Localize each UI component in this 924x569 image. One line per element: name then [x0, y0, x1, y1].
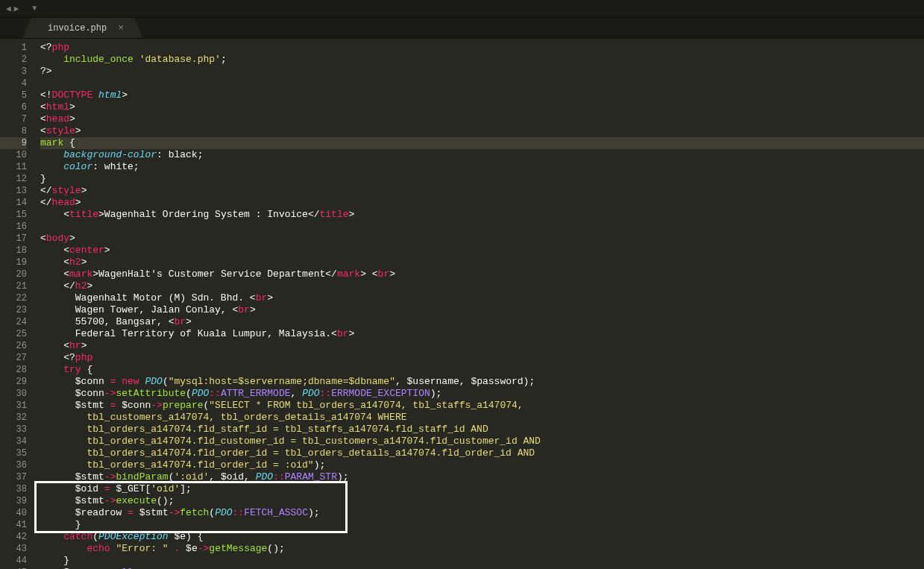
code-line[interactable]: [40, 221, 924, 233]
line-number: 40: [0, 507, 27, 519]
code-line[interactable]: color: white;: [40, 161, 924, 173]
code-line[interactable]: </h2>: [40, 280, 924, 292]
line-number: 19: [0, 257, 27, 268]
line-number: 5: [0, 89, 27, 101]
code-line[interactable]: 55700, Bangsar, <br>: [40, 316, 924, 328]
code-line[interactable]: <?php: [40, 352, 924, 364]
line-number: 2: [0, 54, 27, 66]
line-number: 39: [0, 495, 27, 507]
line-number: 37: [0, 471, 27, 483]
dropdown-icon[interactable]: ▼: [32, 4, 37, 13]
code-line[interactable]: <mark>WagenHalt's Customer Service Depar…: [40, 268, 924, 280]
line-number: 26: [0, 340, 27, 352]
editor: 1234567891011121314151617181920212223242…: [0, 39, 924, 569]
code-line[interactable]: }: [40, 555, 924, 567]
line-number: 25: [0, 328, 27, 340]
line-number: 24: [0, 316, 27, 328]
tab-invoice-php[interactable]: invoice.php ×: [34, 18, 131, 38]
code-line[interactable]: background-color: black;: [40, 149, 924, 161]
line-number: 38: [0, 483, 27, 495]
line-gutter: 1234567891011121314151617181920212223242…: [0, 39, 34, 569]
code-line[interactable]: try {: [40, 364, 924, 376]
line-number: 8: [0, 125, 27, 137]
line-number: 16: [0, 221, 27, 233]
nav-forward-icon[interactable]: ▶: [14, 4, 19, 13]
code-line[interactable]: tbl_orders_a147074.fld_order_id = :oid")…: [40, 459, 924, 471]
code-line[interactable]: <center>: [40, 245, 924, 257]
line-number: 43: [0, 543, 27, 555]
code-line[interactable]: mark {: [40, 137, 924, 149]
line-number: 31: [0, 400, 27, 412]
line-number: 22: [0, 292, 27, 304]
code-line[interactable]: include_once 'database.php';: [40, 54, 924, 66]
line-number: 44: [0, 555, 27, 567]
code-line[interactable]: <body>: [40, 233, 924, 245]
line-number: 10: [0, 149, 27, 161]
code-line[interactable]: $conn = new PDO("mysql:host=$servername;…: [40, 376, 924, 388]
code-line[interactable]: tbl_customers_a147074, tbl_orders_detail…: [40, 412, 924, 424]
line-number: 33: [0, 424, 27, 436]
nav-arrows: ◀ ▶: [6, 4, 19, 13]
code-line[interactable]: ?>: [40, 66, 924, 78]
code-line[interactable]: $oid = $_GET['oid'];: [40, 483, 924, 495]
code-line[interactable]: }: [40, 519, 924, 531]
code-line[interactable]: <?php: [40, 42, 924, 54]
code-line[interactable]: $stmt->execute();: [40, 495, 924, 507]
code-line[interactable]: echo "Error: " . $e->getMessage();: [40, 543, 924, 555]
title-bar: ◀ ▶ ▼: [0, 0, 924, 18]
code-line[interactable]: tbl_orders_a147074.fld_customer_id = tbl…: [40, 436, 924, 447]
tab-label: invoice.php: [48, 23, 107, 34]
code-line[interactable]: [40, 78, 924, 89]
code-line[interactable]: $stmt = $conn->prepare("SELECT * FROM tb…: [40, 400, 924, 412]
line-number: 6: [0, 101, 27, 113]
code-line[interactable]: <h2>: [40, 257, 924, 268]
line-number: 36: [0, 459, 27, 471]
code-line[interactable]: catch(PDOException $e) {: [40, 531, 924, 543]
line-number: 35: [0, 447, 27, 459]
code-line[interactable]: $stmt->bindParam(':oid', $oid, PDO::PARA…: [40, 471, 924, 483]
code-line[interactable]: tbl_orders_a147074.fld_staff_id = tbl_st…: [40, 424, 924, 436]
code-line[interactable]: <!DOCTYPE html>: [40, 89, 924, 101]
code-line[interactable]: <head>: [40, 113, 924, 125]
line-number: 1: [0, 42, 27, 54]
line-number: 7: [0, 113, 27, 125]
line-number: 42: [0, 531, 27, 543]
line-number: 20: [0, 268, 27, 280]
code-area[interactable]: <?php include_once 'database.php';?><!DO…: [34, 39, 924, 569]
line-number: 13: [0, 185, 27, 197]
code-line[interactable]: tbl_orders_a147074.fld_order_id = tbl_or…: [40, 447, 924, 459]
line-number: 4: [0, 78, 27, 89]
nav-back-icon[interactable]: ◀: [6, 4, 11, 13]
line-number: 41: [0, 519, 27, 531]
tab-bar: invoice.php ×: [0, 18, 924, 39]
line-number: 21: [0, 280, 27, 292]
line-number: 3: [0, 66, 27, 78]
line-number: 12: [0, 173, 27, 185]
code-line[interactable]: <html>: [40, 101, 924, 113]
line-number: 29: [0, 376, 27, 388]
line-number: 11: [0, 161, 27, 173]
line-number: 27: [0, 352, 27, 364]
line-number: 18: [0, 245, 27, 257]
code-line[interactable]: <hr>: [40, 340, 924, 352]
line-number: 30: [0, 388, 27, 400]
code-line[interactable]: <title>Wagenhalt Ordering System : Invoi…: [40, 209, 924, 221]
code-line[interactable]: $conn->setAttribute(PDO::ATTR_ERRMODE, P…: [40, 388, 924, 400]
line-number: 32: [0, 412, 27, 424]
code-line[interactable]: Wagenhalt Motor (M) Sdn. Bhd. <br>: [40, 292, 924, 304]
code-line[interactable]: Wagen Tower, Jalan Conlay, <br>: [40, 304, 924, 316]
code-line[interactable]: </head>: [40, 197, 924, 209]
code-line[interactable]: }: [40, 173, 924, 185]
code-line[interactable]: $readrow = $stmt->fetch(PDO::FETCH_ASSOC…: [40, 507, 924, 519]
code-line[interactable]: </style>: [40, 185, 924, 197]
line-number: 14: [0, 197, 27, 209]
line-number: 17: [0, 233, 27, 245]
line-number: 23: [0, 304, 27, 316]
line-number: 9: [0, 137, 27, 149]
line-number: 15: [0, 209, 27, 221]
code-line[interactable]: <style>: [40, 125, 924, 137]
line-number: 28: [0, 364, 27, 376]
code-line[interactable]: Federal Territory of Kuala Lumpur, Malay…: [40, 328, 924, 340]
close-icon[interactable]: ×: [118, 22, 124, 34]
line-number: 34: [0, 436, 27, 447]
